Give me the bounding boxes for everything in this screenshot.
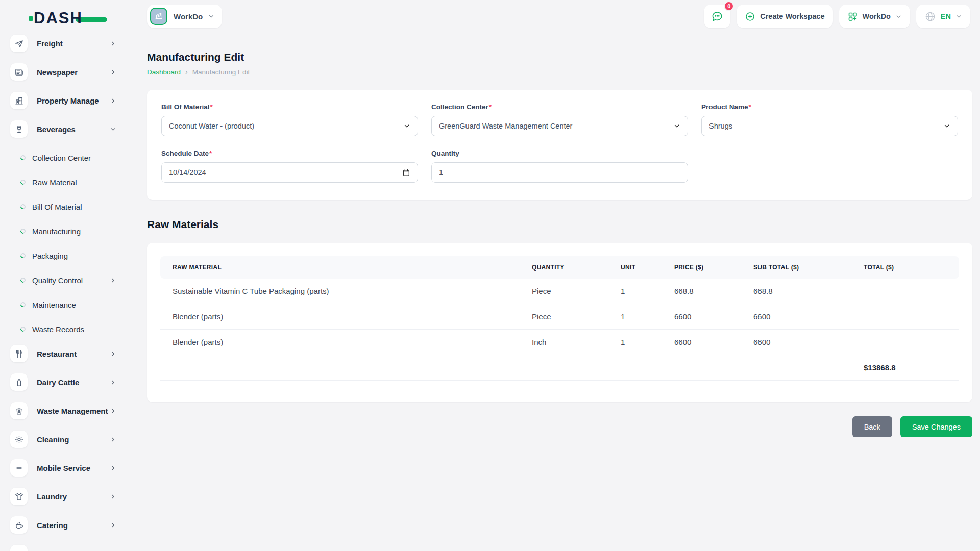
language-code: EN — [941, 12, 951, 20]
sidebar-item-quality-control[interactable]: Quality Control — [20, 271, 131, 289]
bullet-icon — [19, 277, 27, 284]
trash-icon — [10, 402, 28, 419]
raw-materials-table: RAW MATERIAL QUANTITY UNIT PRICE ($) SUB… — [160, 256, 959, 381]
field-product-name: Product Name* Shrugs — [701, 103, 958, 136]
page-title: Manufacturing Edit — [147, 51, 972, 63]
sidebar-item-dairy-cattle[interactable]: Dairy Cattle — [10, 373, 131, 391]
newspaper-icon — [10, 63, 28, 81]
product-name-label: Product Name — [701, 103, 748, 111]
sidebar-item-waste-records[interactable]: Waste Records — [20, 320, 131, 338]
create-workspace-button[interactable]: Create Workspace — [737, 5, 832, 28]
sidebar-item-bill-of-material[interactable]: Bill Of Material — [20, 198, 131, 215]
cell-price: 6600 — [662, 304, 741, 330]
table-total-row: $13868.8 — [160, 355, 959, 381]
chevron-down-icon — [208, 13, 215, 20]
col-unit: UNIT — [608, 256, 662, 279]
required-asterisk: * — [749, 103, 751, 111]
workspace-name: WorkDo — [174, 12, 203, 21]
sidebar-item-beverages[interactable]: Beverages — [10, 120, 131, 138]
cell-price: 668.8 — [662, 279, 741, 304]
raw-materials-title: Raw Materials — [147, 218, 972, 231]
language-selector[interactable]: EN — [916, 5, 970, 28]
table-row: Sustainable Vitamin C Tube Packaging (pa… — [160, 279, 959, 304]
sidebar-item-property-manage[interactable]: Property Manage — [10, 92, 131, 109]
chevron-right-icon — [110, 379, 116, 386]
schedule-date-label: Schedule Date — [161, 149, 209, 157]
col-raw-material: RAW MATERIAL — [160, 256, 520, 279]
sidebar-item-freight[interactable]: Freight — [10, 35, 131, 52]
required-asterisk: * — [489, 103, 492, 111]
chevron-down-icon — [110, 126, 116, 133]
chat-bubble-icon — [710, 10, 724, 23]
cell-total — [851, 279, 959, 304]
breadcrumb-current: Manufacturing Edit — [192, 68, 250, 76]
sidebar-item-packaging[interactable]: Packaging — [20, 247, 131, 264]
raw-materials-card: RAW MATERIAL QUANTITY UNIT PRICE ($) SUB… — [147, 243, 972, 402]
sidebar-item-waste-management[interactable]: Waste Management — [10, 402, 131, 419]
save-changes-button[interactable]: Save Changes — [900, 416, 972, 437]
workdo-menu-button[interactable]: WorkDo — [839, 5, 910, 28]
sidebar-item-partial[interactable] — [10, 545, 131, 551]
back-button[interactable]: Back — [852, 416, 892, 437]
chevron-right-icon — [110, 277, 116, 284]
bullet-icon — [19, 252, 27, 259]
cell-total — [851, 304, 959, 330]
workspace-avatar — [150, 8, 167, 25]
col-quantity: QUANTITY — [520, 256, 608, 279]
create-workspace-label: Create Workspace — [760, 12, 824, 20]
chevron-right-icon — [110, 69, 116, 76]
sidebar-item-raw-material[interactable]: Raw Material — [20, 173, 131, 191]
bill-of-material-select[interactable]: Coconut Water - (product) — [161, 116, 418, 136]
logo-text: DASH — [34, 9, 83, 28]
cell-subtotal: 6600 — [741, 330, 851, 355]
bullet-icon — [19, 179, 27, 186]
sidebar-item-collection-center[interactable]: Collection Center — [20, 149, 131, 166]
sidebar-item-mobile-service[interactable]: Mobile Service — [10, 459, 131, 477]
col-total: TOTAL ($) — [851, 256, 959, 279]
main-content: Manufacturing Edit Dashboard › Manufactu… — [147, 51, 972, 437]
chevron-down-icon — [895, 13, 902, 20]
messages-button[interactable]: 0 — [704, 5, 730, 28]
partial-icon — [10, 545, 28, 551]
breadcrumb: Dashboard › Manufacturing Edit — [147, 68, 972, 76]
breadcrumb-dashboard-link[interactable]: Dashboard — [147, 68, 181, 76]
sidebar-item-newspaper[interactable]: Newspaper — [10, 63, 131, 81]
sidebar-item-restaurant[interactable]: Restaurant — [10, 345, 131, 362]
beverages-submenu: Collection Center Raw Material Bill Of M… — [0, 149, 131, 338]
chevron-right-icon — [110, 40, 116, 47]
sidebar-item-maintenance[interactable]: Maintenance — [20, 296, 131, 313]
required-asterisk: * — [209, 149, 212, 157]
sidebar-item-laundry[interactable]: Laundry — [10, 488, 131, 505]
chevron-right-icon — [110, 465, 116, 471]
collection-center-label: Collection Center — [431, 103, 488, 111]
chevron-right-icon — [110, 408, 116, 414]
bullet-icon — [19, 325, 27, 333]
wine-glass-icon — [10, 120, 28, 138]
col-price: PRICE ($) — [662, 256, 741, 279]
schedule-date-input[interactable]: 10/14/2024 — [161, 162, 418, 183]
bill-of-material-label: Bill Of Material — [161, 103, 210, 111]
field-collection-center: Collection Center* GreenGuard Waste Mana… — [431, 103, 688, 136]
cell-unit: 1 — [608, 304, 662, 330]
milk-bottle-icon — [10, 373, 28, 391]
sparkle-icon — [10, 431, 28, 448]
manufacturing-form: Bill Of Material* Coconut Water - (produ… — [147, 90, 972, 200]
sidebar-item-manufacturing[interactable]: Manufacturing — [20, 222, 131, 240]
field-bill-of-material: Bill Of Material* Coconut Water - (produ… — [161, 103, 418, 136]
quantity-label: Quantity — [431, 149, 459, 157]
sidebar-item-catering[interactable]: Catering — [10, 516, 131, 534]
quantity-input[interactable] — [431, 162, 688, 183]
workspace-switcher[interactable]: WorkDo — [147, 5, 222, 28]
chevron-down-icon — [943, 122, 950, 130]
product-name-select[interactable]: Shrugs — [701, 116, 958, 136]
building-avatar-icon — [154, 11, 164, 21]
chevron-right-icon — [110, 493, 116, 500]
cell-unit: 1 — [608, 330, 662, 355]
bullet-icon — [19, 203, 27, 210]
cutlery-icon — [10, 345, 28, 362]
calendar-icon[interactable] — [402, 168, 410, 177]
app-logo[interactable]: DASH — [34, 9, 107, 28]
collection-center-select[interactable]: GreenGuard Waste Management Center — [431, 116, 688, 136]
sidebar-item-cleaning[interactable]: Cleaning — [10, 431, 131, 448]
building-icon — [10, 92, 28, 109]
